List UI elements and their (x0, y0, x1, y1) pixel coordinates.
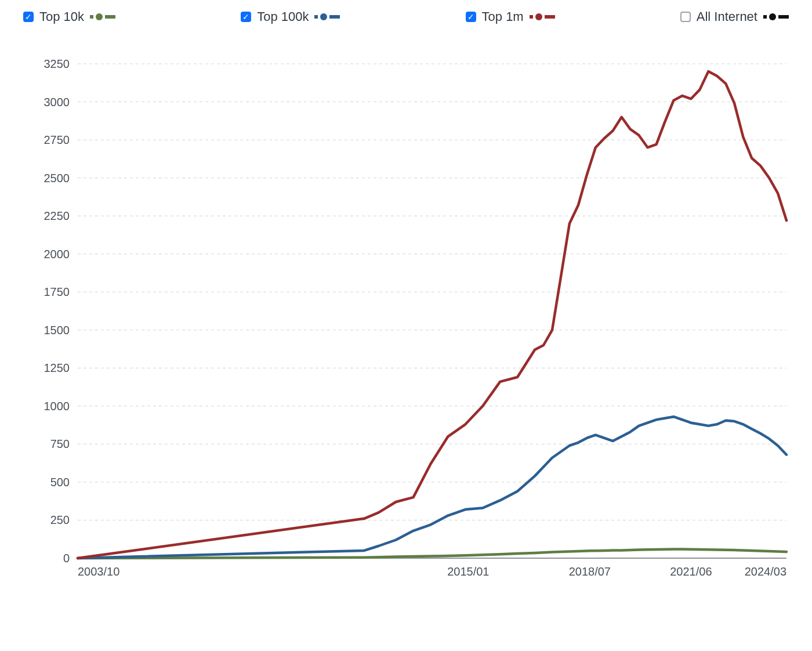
chart-svg: 0250500750100012501500175020002250250027… (20, 48, 792, 593)
legend-label: All Internet (697, 9, 757, 24)
legend: ✓ Top 10k ✓ Top 100k ✓ Top 1m (23, 9, 789, 24)
y-tick-label: 250 (50, 513, 70, 526)
y-tick-label: 2500 (44, 172, 70, 185)
x-tick-label: 2024/03 (745, 565, 786, 578)
y-tick-label: 1500 (44, 324, 70, 337)
y-tick-label: 2750 (44, 133, 70, 146)
y-tick-label: 500 (50, 476, 70, 489)
y-tick-label: 3250 (44, 57, 70, 70)
legend-label: Top 100k (257, 9, 309, 24)
y-tick-label: 3000 (44, 96, 70, 108)
y-tick-label: 0 (63, 552, 70, 565)
series-line-top-100k (78, 417, 786, 558)
x-tick-label: 2021/06 (670, 565, 712, 578)
y-tick-label: 1000 (44, 400, 70, 413)
legend-item-top10k[interactable]: ✓ Top 10k (23, 9, 115, 24)
x-tick-label: 2018/07 (569, 565, 611, 578)
legend-item-all-internet[interactable]: ✓ All Internet (680, 9, 789, 24)
legend-label: Top 10k (39, 9, 84, 24)
legend-swatch (763, 13, 789, 20)
y-tick-label: 750 (50, 437, 70, 450)
legend-swatch (314, 13, 340, 20)
y-tick-label: 2000 (44, 248, 70, 261)
checkbox-icon: ✓ (680, 12, 691, 22)
series-line-top-1m (78, 71, 786, 558)
x-tick-label: 2015/01 (447, 565, 489, 578)
x-tick-label: 2003/10 (78, 565, 119, 578)
legend-swatch (90, 13, 115, 20)
legend-item-top1m[interactable]: ✓ Top 1m (466, 9, 555, 24)
series-line-top-10k (78, 549, 786, 559)
legend-label: Top 1m (482, 9, 524, 24)
y-tick-label: 1750 (44, 285, 70, 298)
checkbox-icon: ✓ (23, 12, 34, 22)
chart-plot: 0250500750100012501500175020002250250027… (20, 48, 792, 593)
chart-container: ✓ Top 10k ✓ Top 100k ✓ Top 1m (0, 0, 812, 651)
legend-item-top100k[interactable]: ✓ Top 100k (241, 9, 340, 24)
legend-swatch (530, 13, 555, 20)
y-tick-label: 1250 (44, 361, 70, 374)
y-tick-label: 2250 (44, 209, 70, 222)
checkbox-icon: ✓ (466, 12, 476, 22)
checkbox-icon: ✓ (241, 12, 251, 22)
